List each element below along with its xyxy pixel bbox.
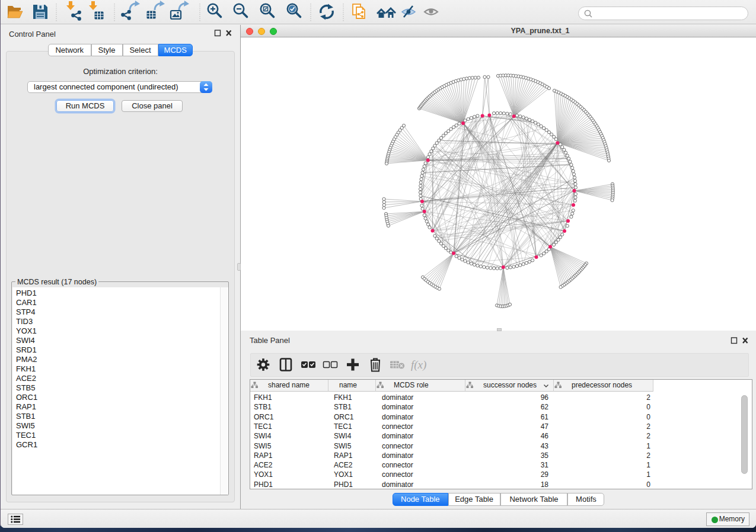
- svg-text:f(x): f(x): [411, 358, 426, 371]
